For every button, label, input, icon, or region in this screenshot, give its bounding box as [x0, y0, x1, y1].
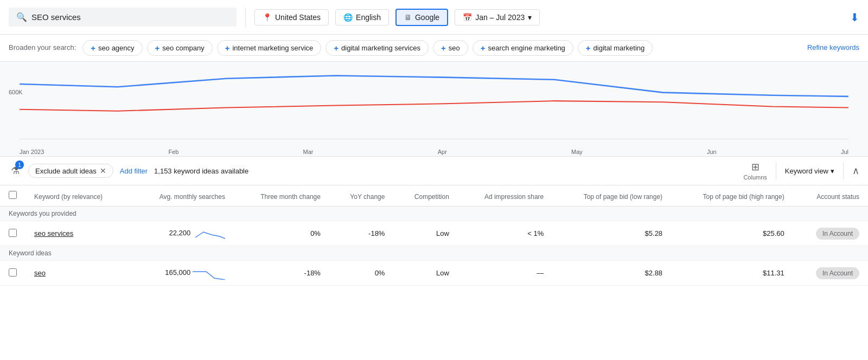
- date-range-label: Jan – Jul 2023: [475, 13, 525, 22]
- chip-label: seo company: [162, 44, 204, 52]
- keyword-count: 1,153 keyword ideas available: [154, 167, 248, 175]
- search-icon: 🔍: [16, 12, 27, 22]
- date-range-filter[interactable]: 📅 Jan – Jul 2023 ▾: [455, 9, 540, 25]
- bid-high-cell: $25.60: [671, 221, 793, 246]
- top-bar: 🔍 📍 United States 🌐 English 🖥 Google 📅 J…: [0, 0, 868, 35]
- platform-icon: 🖥: [404, 13, 412, 22]
- chart-x-label: Apr: [438, 149, 447, 155]
- ad-impression-cell: < 1%: [458, 221, 552, 246]
- section-header-ideas: Keyword ideas: [0, 246, 868, 261]
- section-header-label: Keywords you provided: [0, 207, 868, 221]
- platform-label: Google: [415, 13, 439, 22]
- chart-area: 600K Jan 2023FebMarAprMayJunJul: [0, 62, 868, 157]
- competition-cell: Low: [393, 221, 457, 246]
- in-account-badge: In Account: [816, 228, 859, 240]
- language-icon: 🌐: [343, 13, 353, 22]
- chevron-down-icon: ▾: [831, 167, 834, 175]
- exclude-chip-remove[interactable]: ✕: [100, 166, 106, 175]
- col-ad-impression: Ad impression share: [458, 185, 552, 207]
- chart-x-label: May: [571, 149, 583, 155]
- language-filter[interactable]: 🌐 English: [335, 9, 389, 25]
- plus-icon: +: [481, 43, 486, 53]
- bid-low-cell: $2.88: [552, 261, 671, 286]
- broaden-chip[interactable]: +seo: [433, 40, 468, 56]
- chip-label: seo agency: [98, 44, 135, 52]
- plus-icon: +: [91, 43, 95, 53]
- chart-x-label: Jan 2023: [20, 149, 44, 155]
- divider: [843, 162, 844, 179]
- columns-button[interactable]: ⊞ Columns: [743, 161, 767, 181]
- location-filter[interactable]: 📍 United States: [254, 9, 329, 25]
- plus-icon: +: [441, 43, 446, 53]
- table-row: seo services 22,200 0% -18% Low < 1% $5.…: [0, 221, 868, 246]
- filter-button[interactable]: ⚗ 1: [9, 163, 22, 179]
- broaden-chip[interactable]: +digital marketing services: [326, 40, 429, 56]
- broaden-chip[interactable]: +internet marketing service: [217, 40, 322, 56]
- columns-label: Columns: [743, 174, 767, 181]
- plus-icon: +: [225, 43, 230, 53]
- location-icon: 📍: [263, 13, 272, 22]
- calendar-icon: 📅: [463, 13, 472, 22]
- select-all-header: [0, 185, 25, 207]
- col-bid-high: Top of page bid (high range): [671, 185, 793, 207]
- location-label: United States: [275, 13, 321, 22]
- collapse-button[interactable]: ∧: [852, 165, 859, 177]
- trend-chart: [9, 67, 859, 146]
- chip-label: digital marketing services: [341, 44, 420, 52]
- account-status-cell: In Account: [793, 221, 868, 246]
- row-checkbox[interactable]: [9, 268, 17, 277]
- columns-icon: ⊞: [751, 161, 760, 173]
- top-bar-right: ⬇: [850, 11, 859, 24]
- broaden-chip[interactable]: +search engine marketing: [473, 40, 573, 56]
- keyword-view-button[interactable]: Keyword view ▾: [785, 167, 834, 175]
- section-header-provided: Keywords you provided: [0, 207, 868, 221]
- search-box[interactable]: 🔍: [9, 8, 237, 27]
- broaden-label: Broaden your search:: [9, 40, 76, 52]
- refine-keywords-button[interactable]: Refine keywords: [807, 40, 859, 52]
- search-input[interactable]: [31, 12, 229, 22]
- row-checkbox[interactable]: [9, 229, 17, 237]
- keyword-table-container: Keyword (by relevance) Avg. monthly sear…: [0, 185, 868, 286]
- filter-bar-right: ⊞ Columns Keyword view ▾ ∧: [743, 161, 859, 181]
- col-competition: Competition: [393, 185, 457, 207]
- keyword-cell: seo: [25, 261, 131, 286]
- broaden-chips: +seo agency+seo company+internet marketi…: [82, 40, 801, 56]
- plus-icon: +: [155, 43, 160, 53]
- chevron-down-icon: ▾: [528, 13, 532, 22]
- filter-badge: 1: [15, 160, 24, 169]
- row-checkbox-cell: [0, 221, 25, 246]
- bid-low-cell: $5.28: [552, 221, 671, 246]
- chart-x-label: Jul: [841, 149, 848, 155]
- broaden-chip[interactable]: +seo company: [147, 40, 213, 56]
- plus-icon: +: [334, 43, 339, 53]
- chart-x-labels: Jan 2023FebMarAprMayJunJul: [9, 149, 859, 155]
- add-filter-button[interactable]: Add filter: [120, 167, 148, 175]
- sparkline: [193, 266, 225, 280]
- download-button[interactable]: ⬇: [850, 11, 859, 24]
- avg-monthly-cell: 22,200: [131, 221, 234, 246]
- table-row: seo 165,000 -18% 0% Low — $2.88 $11.31 I…: [0, 261, 868, 286]
- avg-monthly-cell: 165,000: [131, 261, 234, 286]
- keyword-view-label: Keyword view: [785, 167, 828, 175]
- chip-label: search engine marketing: [488, 44, 565, 52]
- select-all-checkbox[interactable]: [9, 191, 17, 199]
- keyword-link[interactable]: seo: [34, 269, 46, 277]
- yoy-cell: -18%: [329, 221, 394, 246]
- keyword-link[interactable]: seo services: [34, 229, 73, 237]
- language-label: English: [356, 13, 381, 22]
- account-status-cell: In Account: [793, 261, 868, 286]
- divider: [245, 8, 246, 27]
- chip-label: internet marketing service: [232, 44, 313, 52]
- chart-y-label: 600K: [9, 89, 23, 95]
- chart-x-label: Mar: [303, 149, 314, 155]
- col-yoy: YoY change: [329, 185, 394, 207]
- divider: [776, 162, 776, 179]
- keyword-table: Keyword (by relevance) Avg. monthly sear…: [0, 185, 868, 286]
- in-account-badge: In Account: [816, 267, 859, 279]
- platform-filter[interactable]: 🖥 Google: [395, 9, 448, 26]
- competition-cell: Low: [393, 261, 457, 286]
- keyword-cell: seo services: [25, 221, 131, 246]
- broaden-chip[interactable]: +seo agency: [82, 40, 142, 56]
- section-header-label: Keyword ideas: [0, 246, 868, 261]
- broaden-chip[interactable]: +digital marketing: [578, 40, 653, 56]
